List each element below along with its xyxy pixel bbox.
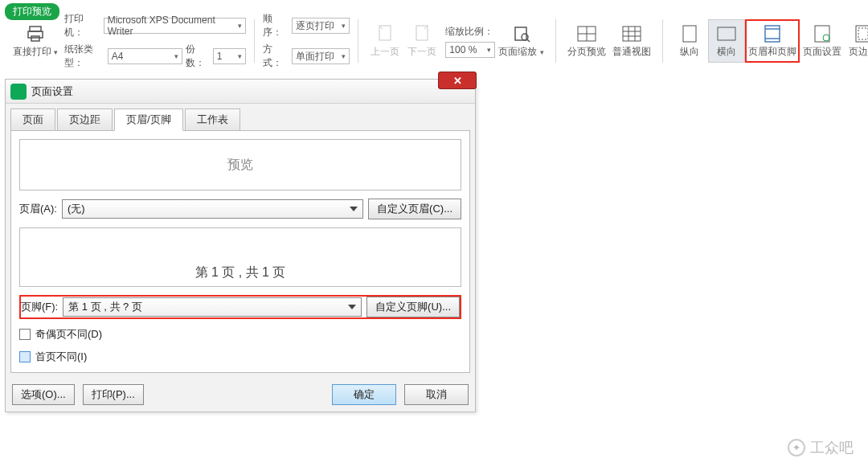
dialog-title: 页面设置	[31, 84, 73, 99]
custom-footer-button[interactable]: 自定义页脚(U)...	[366, 297, 460, 317]
copies-label: 份数：	[186, 43, 210, 70]
group-view: 分页预览 普通视图	[556, 19, 663, 63]
tab-sheet[interactable]: 工作表	[185, 109, 240, 131]
margins-button[interactable]: 页边距	[845, 19, 868, 63]
tab-page[interactable]: 页面	[10, 109, 55, 131]
page-zoom-button[interactable]: 页面缩放 ▾	[495, 19, 547, 63]
group-nav: 上一页 下一页 缩放比例： 100 %▾ 页面缩放 ▾	[358, 19, 555, 63]
header-footer-label: 页眉和页脚	[748, 45, 796, 59]
page-setup-icon	[813, 24, 832, 43]
page-break-preview-button[interactable]: 分页预览	[564, 19, 609, 63]
page-break-label: 分页预览	[567, 45, 606, 59]
ribbon-toolbar: 直接打印 ▾ 打印机： Microsoft XPS Document Write…	[0, 18, 868, 64]
header-field-label: 页眉(A):	[19, 202, 57, 216]
page-setup-dialog: 页面设置 ✕ 页面 页边距 页眉/页脚 工作表 预览 页眉(A): (无) 自定…	[5, 79, 476, 412]
group-orient: 纵向 横向 页眉和页脚 页面设置 页边距	[663, 19, 868, 63]
paper-select[interactable]: A4▾	[108, 48, 182, 64]
direct-print-button[interactable]: 直接打印 ▾	[13, 19, 58, 63]
normal-view-button[interactable]: 普通视图	[609, 19, 654, 63]
dialog-titlebar[interactable]: 页面设置 ✕	[6, 80, 475, 104]
cancel-button[interactable]: 取消	[404, 384, 469, 405]
ok-button[interactable]: 确定	[332, 384, 396, 405]
order-label: 顺序：	[263, 12, 289, 39]
page-next-icon	[412, 24, 432, 43]
portrait-label: 纵向	[680, 45, 699, 59]
normal-view-label: 普通视图	[612, 45, 651, 59]
svg-rect-9	[683, 26, 696, 42]
grid-icon	[622, 24, 641, 43]
header-combo[interactable]: (无)	[62, 199, 363, 219]
wechat-icon: ✦	[788, 439, 805, 457]
printer-settings: 打印机： Microsoft XPS Document Writer▾ 纸张类型…	[64, 12, 246, 70]
custom-header-button[interactable]: 自定义页眉(C)...	[368, 199, 461, 219]
svg-rect-0	[30, 27, 41, 31]
margins-label: 页边距	[849, 45, 868, 59]
page-break-icon	[577, 24, 596, 43]
landscape-label: 横向	[717, 45, 736, 59]
footer-combo[interactable]: 第 1 页 , 共 ? 页	[63, 297, 362, 317]
dialog-close-button[interactable]: ✕	[438, 72, 477, 89]
svg-point-6	[522, 34, 528, 40]
tab-header-footer[interactable]: 页眉/页脚	[114, 109, 183, 131]
margins-icon	[854, 24, 868, 43]
portrait-icon	[680, 24, 699, 43]
printer-select[interactable]: Microsoft XPS Document Writer▾	[104, 18, 247, 34]
svg-rect-8	[623, 27, 641, 41]
first-page-label: 首页不同(I)	[35, 350, 87, 364]
prev-page-button[interactable]: 上一页	[366, 19, 403, 63]
next-page-button[interactable]: 下一页	[403, 19, 440, 63]
printer-label: 打印机：	[64, 12, 100, 39]
wps-icon	[10, 84, 27, 100]
odd-even-label: 奇偶页不同(D)	[35, 327, 102, 342]
odd-even-checkbox[interactable]	[19, 329, 31, 340]
next-page-label: 下一页	[407, 45, 436, 59]
print-button[interactable]: 打印(P)...	[83, 384, 144, 405]
portrait-button[interactable]: 纵向	[671, 19, 708, 63]
printer-icon	[26, 24, 45, 43]
direct-print-label: 直接打印 ▾	[13, 45, 58, 59]
group-print: 直接打印 ▾ 打印机： Microsoft XPS Document Write…	[5, 19, 255, 63]
order-select[interactable]: 逐页打印▾	[292, 18, 350, 34]
landscape-button[interactable]: 横向	[708, 19, 745, 63]
zoom-input[interactable]: 100 %▾	[445, 42, 495, 58]
svg-rect-1	[28, 31, 43, 38]
zoom-label: 缩放比例：	[445, 25, 493, 39]
landscape-icon	[717, 24, 736, 43]
watermark-text: 工众吧	[810, 438, 854, 457]
header-footer-button[interactable]: 页眉和页脚	[745, 19, 800, 63]
page-zoom-label: 页面缩放 ▾	[498, 45, 543, 59]
header-footer-icon	[763, 24, 782, 43]
options-button[interactable]: 选项(O)...	[12, 384, 75, 405]
dialog-tabs: 页面 页边距 页眉/页脚 工作表	[6, 104, 475, 131]
header-preview: 预览	[19, 139, 461, 190]
tab-panel: 预览 页眉(A): (无) 自定义页眉(C)... 第 1 页 , 共 1 页 …	[10, 130, 470, 373]
page-setup-label: 页面设置	[803, 45, 841, 59]
tab-margins[interactable]: 页边距	[57, 109, 113, 131]
group-order: 顺序： 逐页打印▾ 方式： 单面打印▾	[255, 19, 358, 63]
prev-page-label: 上一页	[371, 45, 399, 59]
dialog-footer: 选项(O)... 打印(P)... 确定 取消	[6, 378, 475, 412]
svg-rect-11	[765, 26, 780, 42]
svg-point-13	[823, 35, 829, 41]
page-setup-button[interactable]: 页面设置	[800, 19, 845, 63]
page-prev-icon	[375, 24, 395, 43]
svg-rect-10	[718, 27, 735, 40]
watermark: ✦ 工众吧	[788, 438, 854, 457]
svg-rect-15	[858, 28, 868, 39]
mode-select[interactable]: 单面打印▾	[292, 48, 350, 64]
first-page-checkbox[interactable]	[19, 351, 31, 362]
paper-label: 纸张类型：	[64, 43, 104, 70]
zoom-icon	[512, 24, 531, 43]
footer-field-label: 页脚(F):	[21, 300, 58, 314]
copies-input[interactable]: 1▾	[213, 48, 247, 64]
header-combo-value: (无)	[68, 202, 85, 216]
footer-combo-value: 第 1 页 , 共 ? 页	[68, 300, 142, 314]
mode-label: 方式：	[263, 43, 289, 70]
footer-preview: 第 1 页 , 共 1 页	[19, 227, 461, 287]
svg-rect-12	[815, 26, 829, 42]
svg-rect-2	[31, 36, 39, 41]
